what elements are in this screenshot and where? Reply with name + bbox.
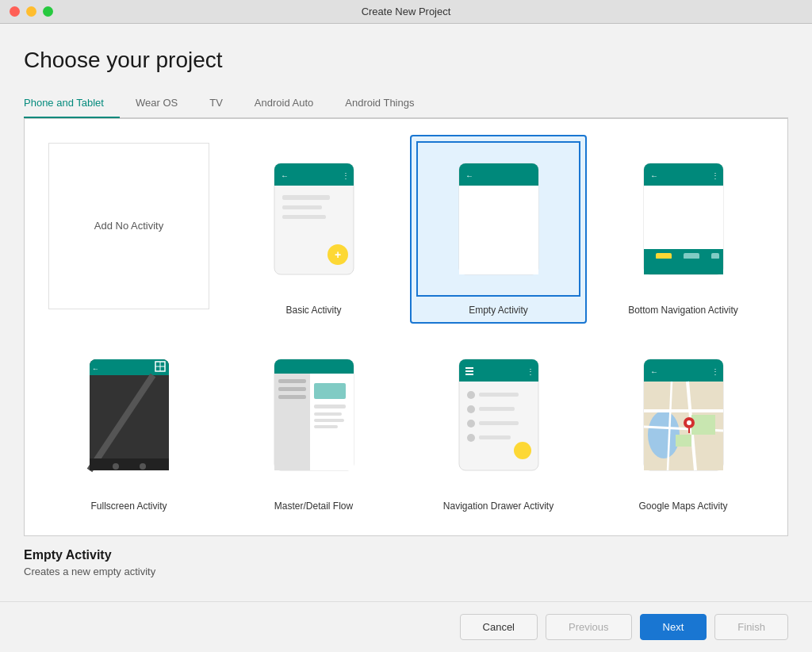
svg-point-37 <box>140 463 146 470</box>
svg-rect-20 <box>644 186 723 249</box>
svg-rect-7 <box>282 215 326 219</box>
window-title: Create New Project <box>362 6 451 17</box>
card-google-maps[interactable]: ← ⋮ <box>595 332 772 520</box>
svg-rect-40 <box>274 366 354 374</box>
description-text: Creates a new empty activity <box>24 566 788 577</box>
preview-empty-activity: ← <box>418 143 579 295</box>
card-basic-activity[interactable]: ← ⋮ + Basic Activity <box>225 135 402 324</box>
tab-phone[interactable]: Phone and Tablet <box>24 89 120 118</box>
preview-basic-activity: ← ⋮ + <box>233 143 394 295</box>
svg-point-60 <box>467 405 475 413</box>
tab-things[interactable]: Android Things <box>345 89 430 118</box>
svg-point-62 <box>467 420 475 428</box>
previous-button[interactable]: Previous <box>546 614 632 640</box>
card-nav-drawer[interactable]: ⋮ Navigation Drawer Activity <box>410 332 587 520</box>
basic-activity-preview-svg: ← ⋮ + <box>270 159 358 278</box>
google-maps-preview-svg: ← ⋮ <box>640 355 727 474</box>
card-bottom-nav[interactable]: ← ⋮ Bottom Navigation Activity <box>595 135 772 324</box>
svg-rect-78 <box>691 415 715 435</box>
tabs-container: Phone and Tablet Wear OS TV Android Auto… <box>24 89 788 118</box>
svg-point-73 <box>648 411 680 458</box>
svg-text:+: + <box>335 248 341 261</box>
svg-text:←: ← <box>650 367 658 376</box>
title-bar: Create New Project <box>0 0 812 24</box>
svg-rect-79 <box>676 435 691 447</box>
nav-drawer-preview-svg: ⋮ <box>455 355 542 474</box>
svg-point-81 <box>687 420 691 425</box>
svg-point-64 <box>467 434 475 442</box>
svg-rect-25 <box>644 259 723 274</box>
svg-rect-35 <box>90 464 169 470</box>
tab-wear[interactable]: Wear OS <box>136 89 193 118</box>
card-empty-activity[interactable]: ← Empty Activity <box>410 135 587 324</box>
empty-activity-label: Empty Activity <box>469 305 528 316</box>
svg-rect-47 <box>314 405 346 408</box>
bottom-nav-label: Bottom Navigation Activity <box>628 305 738 316</box>
preview-fullscreen: ← <box>48 339 209 492</box>
svg-rect-46 <box>314 383 346 399</box>
svg-rect-23 <box>684 253 699 259</box>
google-maps-label: Google Maps Activity <box>638 501 727 512</box>
footer: Cancel Previous Next Finish <box>0 601 812 652</box>
svg-rect-61 <box>479 407 515 411</box>
card-master-detail[interactable]: Master/Detail Flow <box>225 332 402 520</box>
svg-rect-42 <box>278 379 306 383</box>
no-activity-label: Add No Activity <box>94 220 163 232</box>
master-detail-label: Master/Detail Flow <box>274 501 353 512</box>
svg-text:⋮: ⋮ <box>527 367 534 376</box>
tab-auto[interactable]: Android Auto <box>255 89 329 118</box>
page-title: Choose your project <box>24 48 788 73</box>
tab-tv[interactable]: TV <box>209 89 239 118</box>
preview-master-detail <box>233 339 394 492</box>
svg-rect-63 <box>479 421 519 425</box>
svg-text:←: ← <box>281 171 289 180</box>
svg-point-36 <box>113 463 119 470</box>
basic-activity-label: Basic Activity <box>285 305 341 316</box>
fullscreen-label: Fullscreen Activity <box>90 501 167 512</box>
svg-rect-43 <box>278 387 306 391</box>
svg-text:←: ← <box>92 365 99 373</box>
svg-rect-22 <box>656 253 672 259</box>
preview-google-maps: ← ⋮ <box>603 339 764 492</box>
svg-rect-49 <box>314 419 344 422</box>
preview-no-activity: Add No Activity <box>48 143 209 309</box>
description-area: Empty Activity Creates a new empty activ… <box>24 536 788 585</box>
svg-point-66 <box>514 442 531 459</box>
svg-rect-6 <box>282 205 322 209</box>
card-no-activity[interactable]: Add No Activity <box>40 135 217 324</box>
svg-point-58 <box>467 391 475 399</box>
nav-drawer-label: Navigation Drawer Activity <box>443 501 553 512</box>
svg-rect-48 <box>314 412 342 416</box>
maximize-button[interactable] <box>43 6 53 17</box>
minimize-button[interactable] <box>26 6 36 17</box>
master-detail-preview-svg <box>270 355 358 474</box>
finish-button[interactable]: Finish <box>714 614 788 640</box>
main-content: Choose your project Phone and Tablet Wea… <box>0 24 812 601</box>
empty-activity-preview-svg: ← <box>455 159 542 278</box>
svg-rect-50 <box>314 425 338 428</box>
card-fullscreen[interactable]: ← Fullscreen Activity <box>40 332 217 520</box>
window-controls[interactable] <box>10 6 53 17</box>
cancel-button[interactable]: Cancel <box>460 614 538 640</box>
next-button[interactable]: Next <box>640 614 707 640</box>
fullscreen-preview-svg: ← <box>86 355 173 474</box>
svg-text:⋮: ⋮ <box>711 171 719 180</box>
svg-text:←: ← <box>650 171 658 180</box>
svg-rect-5 <box>282 195 330 200</box>
svg-rect-59 <box>479 393 519 397</box>
preview-bottom-nav: ← ⋮ <box>603 143 764 295</box>
bottom-nav-preview-svg: ← ⋮ <box>640 159 727 278</box>
svg-rect-65 <box>479 435 511 439</box>
svg-text:⋮: ⋮ <box>342 171 350 180</box>
close-button[interactable] <box>10 6 20 17</box>
svg-rect-24 <box>711 253 719 259</box>
svg-text:⋮: ⋮ <box>711 367 719 376</box>
preview-nav-drawer: ⋮ <box>418 339 579 492</box>
svg-rect-14 <box>459 186 538 274</box>
activity-grid: Add No Activity ← ⋮ <box>24 118 788 536</box>
svg-text:←: ← <box>465 171 473 180</box>
svg-rect-44 <box>278 395 306 399</box>
description-title: Empty Activity <box>24 548 788 562</box>
